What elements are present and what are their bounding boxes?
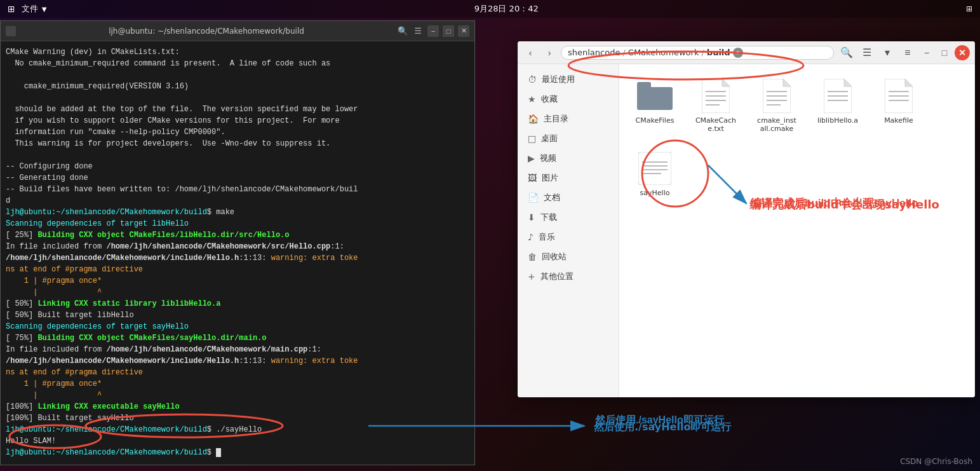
cmakeinstall-label: cmake_install.cmake — [755, 116, 798, 133]
recent-icon: ⏱ — [528, 74, 537, 85]
fm-item-cmakecache[interactable]: CMakeCache.txt — [690, 74, 741, 137]
sidebar-item-trash[interactable]: 🗑 回收站 — [520, 247, 616, 266]
terminal-search-button[interactable]: 🔍 — [397, 25, 408, 37]
terminal-menu-button[interactable]: ☰ — [412, 25, 424, 37]
fm-view-options-button[interactable]: ▾ — [878, 44, 896, 62]
downloads-icon: ⬇ — [528, 212, 535, 222]
documents-icon: 📄 — [528, 193, 539, 203]
fm-forward-button[interactable]: › — [542, 45, 557, 60]
sidebar-label-downloads: 下载 — [540, 212, 557, 223]
cmakefiles-folder-icon — [637, 78, 673, 114]
sidebar-label-other: 其他位置 — [540, 271, 574, 282]
fm-body: ⏱ 最近使用 ★ 收藏 🏠 主目录 □ 桌面 ▶ 视频 🖼 图片 — [518, 64, 975, 397]
fm-main-content: CMakeFiles CMakeCache.txt — [619, 64, 975, 397]
fm-item-cmakefiles[interactable]: CMakeFiles — [629, 74, 680, 137]
taskbar-datetime: 9月28日 20：42 — [474, 3, 539, 15]
fm-breadcrumb-build[interactable]: build — [707, 48, 730, 57]
svg-marker-20 — [905, 79, 913, 86]
terminal-close-button[interactable]: ✕ — [458, 25, 469, 37]
liblibhello-label: liblibHello.a — [817, 116, 858, 125]
liblibhello-file-icon — [820, 78, 856, 114]
sidebar-item-documents[interactable]: 📄 文档 — [520, 188, 616, 207]
cmakecache-label: CMakeCache.txt — [694, 116, 737, 133]
fm-breadcrumb: shenlancode / CMakehomework / build ▾ — [561, 46, 834, 60]
music-icon: ♪ — [528, 232, 534, 242]
terminal-controls: 🔍 ☰ − □ ✕ — [397, 25, 469, 37]
fm-item-makefile[interactable]: Makefile — [873, 74, 924, 137]
desktop-icon: □ — [528, 133, 536, 144]
cmakecache-file-icon — [698, 78, 734, 114]
fm-breadcrumb-cmakehomework[interactable]: CMakehomework — [628, 48, 699, 57]
sidebar-item-desktop[interactable]: □ 桌面 — [520, 129, 616, 148]
pictures-icon: 🖼 — [528, 173, 537, 183]
terminal-minimize-button[interactable]: − — [427, 25, 439, 37]
sidebar-label-pictures: 图片 — [542, 172, 558, 184]
trash-icon: 🗑 — [528, 252, 537, 262]
sayhello-exec-icon — [637, 151, 673, 186]
fm-menu-button[interactable]: ≡ — [899, 44, 916, 62]
annotation-run: 然后使用./sayHello即可运行 — [594, 421, 731, 434]
terminal-app-icon — [6, 26, 16, 36]
video-icon: ▶ — [528, 153, 535, 163]
fm-back-button[interactable]: ‹ — [523, 45, 538, 60]
fm-breadcrumb-dropdown[interactable]: ▾ — [733, 48, 743, 58]
svg-rect-1 — [637, 82, 651, 90]
makefile-label: Makefile — [884, 116, 913, 125]
sidebar-label-trash: 回收站 — [542, 251, 567, 263]
fm-breadcrumb-shenlancode[interactable]: shenlancode — [568, 48, 620, 57]
taskbar-dropdown-icon[interactable]: ▼ — [42, 6, 47, 13]
filemanager-window: ‹ › shenlancode / CMakehomework / build … — [518, 41, 975, 397]
csdn-watermark: CSDN @Chris-Bosh — [900, 457, 972, 466]
fm-close-button[interactable]: ✕ — [955, 45, 970, 60]
fm-breadcrumb-sep2: / — [701, 48, 704, 57]
svg-marker-15 — [844, 79, 852, 86]
fm-breadcrumb-sep1: / — [622, 48, 625, 57]
taskbar: ⊞ 文件 ▼ 9月28日 20：42 ⊞ — [0, 0, 980, 18]
sidebar-label-bookmarks: 收藏 — [541, 93, 558, 105]
cmakeinstall-file-icon — [759, 78, 795, 114]
sidebar-item-other[interactable]: + 其他位置 — [520, 267, 616, 286]
taskbar-settings-icon[interactable]: ⊞ — [966, 4, 972, 13]
bookmarks-icon: ★ — [528, 94, 536, 104]
fm-view-list-button[interactable]: ☰ — [858, 44, 876, 62]
sidebar-label-music: 音乐 — [539, 231, 555, 243]
cmakefiles-label: CMakeFiles — [636, 116, 675, 125]
fm-maximize-button[interactable]: □ — [937, 45, 952, 60]
sidebar-label-documents: 文档 — [544, 192, 560, 203]
fm-sidebar: ⏱ 最近使用 ★ 收藏 🏠 主目录 □ 桌面 ▶ 视频 🖼 图片 — [518, 64, 619, 397]
sidebar-item-home[interactable]: 🏠 主目录 — [520, 109, 616, 128]
fm-search-button[interactable]: 🔍 — [838, 44, 856, 62]
taskbar-apps-icon[interactable]: ⊞ — [8, 4, 15, 14]
filemanager-titlebar: ‹ › shenlancode / CMakehomework / build … — [518, 41, 975, 64]
svg-text:然后使用./sayHello即可运行: 然后使用./sayHello即可运行 — [594, 414, 725, 425]
other-icon: + — [528, 271, 535, 282]
svg-marker-3 — [722, 79, 730, 86]
svg-marker-9 — [783, 79, 791, 86]
sidebar-item-downloads[interactable]: ⬇ 下载 — [520, 208, 616, 227]
fm-minimize-button[interactable]: − — [919, 45, 934, 60]
fm-item-liblibhello[interactable]: liblibHello.a — [812, 74, 863, 137]
sidebar-label-home: 主目录 — [544, 113, 568, 125]
sidebar-label-desktop: 桌面 — [541, 133, 558, 144]
fm-toolbar-right: 🔍 ☰ ▾ ≡ − □ ✕ — [838, 44, 970, 62]
sidebar-item-pictures[interactable]: 🖼 图片 — [520, 168, 616, 188]
taskbar-right: ⊞ — [966, 4, 972, 13]
sidebar-item-bookmarks[interactable]: ★ 收藏 — [520, 90, 616, 109]
sayhello-label: sayHello — [640, 189, 670, 197]
terminal-content[interactable]: CMake Warning (dev) in CMakeLists.txt: N… — [1, 41, 474, 465]
sidebar-label-recent: 最近使用 — [542, 74, 575, 85]
terminal-window: ljh@ubuntu: ~/shenlancode/CMakehomework/… — [0, 20, 475, 465]
makefile-file-icon — [881, 78, 916, 114]
taskbar-file-label[interactable]: 文件 — [22, 3, 38, 15]
fm-item-cmakeinstall[interactable]: cmake_install.cmake — [751, 74, 802, 137]
svg-rect-0 — [637, 87, 673, 110]
sidebar-item-music[interactable]: ♪ 音乐 — [520, 228, 616, 247]
sidebar-item-video[interactable]: ▶ 视频 — [520, 149, 616, 168]
terminal-maximize-button[interactable]: □ — [443, 25, 454, 37]
terminal-title: ljh@ubuntu: ~/shenlancode/CMakehomework/… — [21, 27, 392, 36]
taskbar-left: ⊞ 文件 ▼ — [8, 3, 46, 15]
sidebar-item-recent[interactable]: ⏱ 最近使用 — [520, 70, 616, 89]
fm-item-sayhello[interactable]: sayHello — [629, 147, 680, 201]
home-icon: 🏠 — [528, 114, 539, 124]
sidebar-label-video: 视频 — [540, 153, 556, 164]
